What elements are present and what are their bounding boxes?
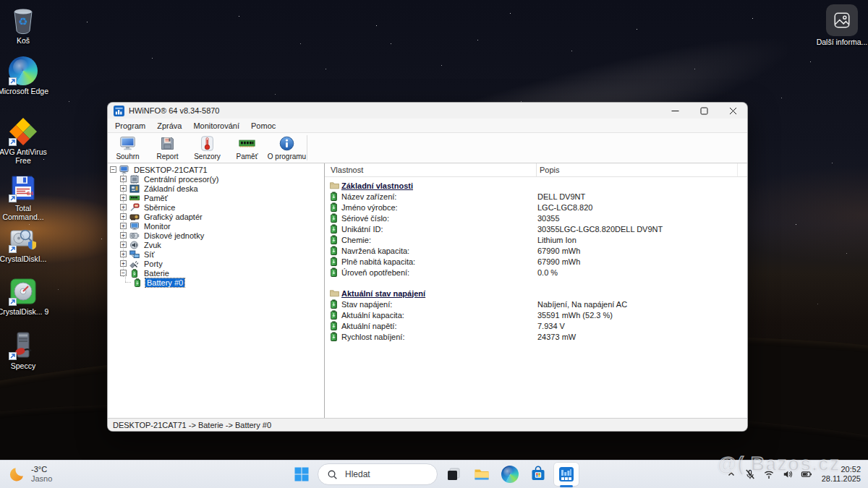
property-row[interactable]: Navržená kapacita: 67990 mWh <box>325 245 747 256</box>
expand-toggle-icon[interactable] <box>120 213 127 220</box>
battery-icon <box>330 299 339 309</box>
property-row[interactable]: Unikátní ID: 30355LGC-LGC8.820DELL DV9NT <box>325 223 747 234</box>
section-header-row[interactable]: Základní vlastnosti <box>325 180 747 191</box>
toolbar-report-button[interactable]: Report <box>148 133 187 163</box>
shortcut-arrow-icon <box>9 194 17 202</box>
toolbar-senzory-button[interactable]: Senzory <box>187 133 227 163</box>
desktop-icon-recycle-bin[interactable]: ♻ Koš <box>0 6 49 45</box>
computer-icon <box>119 166 129 174</box>
minimize-button[interactable] <box>660 103 689 119</box>
tree-item-network[interactable]: Síť <box>108 249 324 259</box>
desktop-icon-total-commander[interactable]: 64 Total Command... <box>0 174 49 221</box>
column-header-vlastnost[interactable]: Vlastnost <box>325 163 537 176</box>
expand-toggle-icon[interactable] <box>120 223 127 229</box>
tree-item-battery-0[interactable]: Battery #0 <box>108 278 324 287</box>
toolbar-pamet-button[interactable]: Paměť <box>227 133 267 163</box>
property-row[interactable]: Aktuální napětí: 7.934 V <box>325 320 747 331</box>
tree-item-label: Síť <box>142 250 156 259</box>
shortcut-arrow-icon <box>9 77 17 85</box>
property-row[interactable]: Název zařízení: DELL DV9NT <box>325 191 747 202</box>
property-row[interactable]: Sériové číslo: 30355 <box>325 213 747 223</box>
menu-zprava[interactable]: Zpráva <box>151 121 187 130</box>
menu-program[interactable]: Program <box>109 121 151 130</box>
desktop-icon-edge[interactable]: Microsoft Edge <box>0 56 49 95</box>
expand-toggle-icon[interactable] <box>120 251 127 257</box>
motherboard-icon <box>129 184 140 193</box>
windows-start-icon <box>293 466 310 483</box>
clock-date: 28.11.2025 <box>822 474 861 484</box>
expand-toggle-icon[interactable] <box>120 232 127 239</box>
toolbar-souhrn-button[interactable]: Souhrn <box>108 133 148 163</box>
chevron-up-icon <box>726 468 737 480</box>
shortcut-arrow-icon <box>9 138 17 146</box>
property-value: 67990 mWh <box>537 247 747 255</box>
tray-wifi-button[interactable] <box>761 463 777 485</box>
collapse-toggle-icon[interactable] <box>110 166 116 173</box>
property-row[interactable]: Chemie: Lithium Ion <box>325 234 747 245</box>
maximize-button[interactable] <box>689 103 718 119</box>
toolbar-o-programu-button[interactable]: O programu <box>267 133 307 163</box>
desktop-icon-crystaldiskmark[interactable]: CrystalDisk... 9 <box>0 277 49 316</box>
desktop-icon-crystaldiskinfo[interactable]: CrystalDiskI... <box>0 224 49 263</box>
property-row[interactable]: Stav napájení: Nabíjení, Na napájení AC <box>325 299 747 309</box>
taskbar-search[interactable] <box>318 463 438 485</box>
property-row[interactable]: Rychlost nabíjení: 24373 mW <box>325 331 747 342</box>
menu-monitorovani[interactable]: Monitorování <box>187 121 245 130</box>
monitor-icon <box>129 222 140 231</box>
task-view-button[interactable] <box>441 463 466 486</box>
start-button[interactable] <box>289 463 314 486</box>
expand-toggle-icon[interactable] <box>120 260 127 267</box>
menu-pomoc[interactable]: Pomoc <box>245 121 281 130</box>
weather-widget[interactable]: -3°C Jasno <box>4 461 56 488</box>
bus-icon <box>129 203 140 212</box>
tray-volume-button[interactable] <box>780 463 796 485</box>
expand-toggle-icon[interactable] <box>120 185 127 192</box>
tree-item-root[interactable]: DESKTOP-21CAT71 <box>108 165 324 174</box>
window-titlebar[interactable]: HWiNFO® 64 v8.34-5870 <box>108 103 747 119</box>
property-row[interactable]: Aktuální kapacita: 35591 mWh (52.3 %) <box>325 309 747 320</box>
column-header-popis[interactable]: Popis <box>537 163 738 176</box>
tree-item-ram[interactable]: Paměť <box>108 193 324 202</box>
desktop-icon-avg[interactable]: AVG AntiVirus Free <box>0 117 49 165</box>
gpu-icon <box>129 213 140 221</box>
tree-item-gpu[interactable]: Grafický adaptér <box>108 212 324 221</box>
tree-item-cpu[interactable]: Centrální procesor(y) <box>108 174 324 184</box>
tray-microphone-button[interactable] <box>742 463 758 485</box>
tree-item-sound[interactable]: Zvuk <box>108 240 324 249</box>
battery-icon <box>132 278 142 287</box>
property-row[interactable]: Jméno výrobce: LGC-LGC8.820 <box>325 202 747 213</box>
desktop-icon-label: Další informa... <box>816 38 868 46</box>
search-input[interactable] <box>344 468 426 480</box>
desktop-icon-speccy[interactable]: Speccy <box>0 331 49 370</box>
tree-item-disks[interactable]: Diskové jednotky <box>108 231 324 240</box>
expand-toggle-icon[interactable] <box>120 194 127 201</box>
tray-chevron-up-button[interactable] <box>723 463 739 485</box>
edge-button[interactable] <box>498 463 522 486</box>
total-commander-icon: 64 <box>9 174 38 202</box>
property-label: Rychlost nabíjení: <box>341 333 537 341</box>
expand-toggle-icon[interactable] <box>120 204 127 210</box>
hwinfo-taskbar-button[interactable] <box>554 463 579 486</box>
tree-item-ports[interactable]: Porty <box>108 259 324 268</box>
tree-item-monitor[interactable]: Monitor <box>108 221 324 231</box>
expand-toggle-icon[interactable] <box>120 176 127 182</box>
tree-item-motherboard[interactable]: Základní deska <box>108 184 324 193</box>
edge-icon <box>9 56 38 85</box>
tree-item-battery[interactable]: Baterie <box>108 268 324 278</box>
close-button[interactable] <box>718 103 747 119</box>
property-row[interactable]: Plně nabitá kapacita: 67990 mWh <box>325 256 747 267</box>
microsoft-store-button[interactable] <box>526 463 550 486</box>
tree-item-label: Zvuk <box>142 241 163 249</box>
desktop-icon-dalsi-informace[interactable]: Další informa... <box>816 4 868 46</box>
expand-toggle-icon[interactable] <box>120 241 127 248</box>
file-explorer-button[interactable] <box>469 463 494 486</box>
property-label: Aktuální kapacita: <box>341 311 537 320</box>
tray-battery-button[interactable] <box>799 463 814 485</box>
battery-icon <box>330 235 339 244</box>
taskbar-clock[interactable]: 20:52 28.11.2025 <box>822 465 864 484</box>
section-header-row[interactable]: Aktuální stav napájení <box>325 288 747 299</box>
microsoft-store-icon <box>529 466 547 483</box>
property-row[interactable]: Úroveň opotřebení: 0.0 % <box>325 267 747 278</box>
shortcut-arrow-icon <box>9 298 17 306</box>
tree-item-bus[interactable]: Sběrnice <box>108 202 324 212</box>
